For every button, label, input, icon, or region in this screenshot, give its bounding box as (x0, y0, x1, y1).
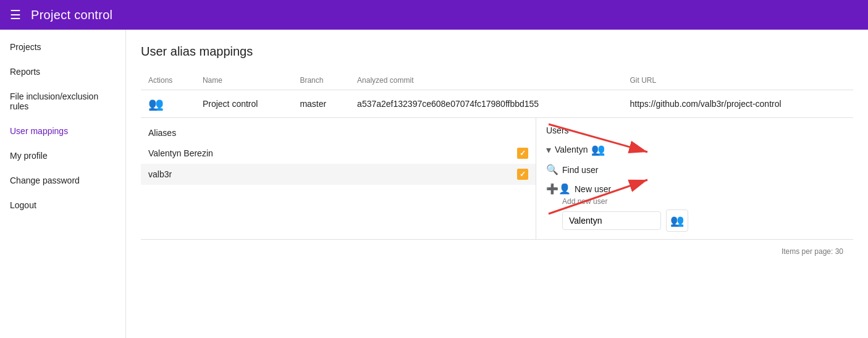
row-branch: master (292, 90, 350, 118)
new-user-label: New user (575, 184, 611, 194)
alias-checkbox-0[interactable] (517, 148, 528, 159)
aliases-header: Aliases (141, 125, 536, 143)
alias-item-0[interactable]: Valentyn Berezin (141, 143, 536, 164)
find-user-icon: 🔍 (546, 164, 558, 175)
aliases-panel: Aliases Valentyn Berezin valb3r (141, 118, 536, 239)
alias-text-0: Valentyn Berezin (148, 148, 213, 158)
alias-users-wrapper: Aliases Valentyn Berezin valb3r Users ▾ (141, 118, 853, 240)
sidebar-item-projects[interactable]: Projects (0, 35, 125, 59)
app-title: Project control (31, 8, 112, 22)
topbar: ☰ Project control (0, 0, 868, 30)
new-user-row[interactable]: ➕👤 New user (546, 183, 843, 195)
col-name: Name (195, 71, 292, 90)
new-user-icon: ➕👤 (546, 183, 571, 195)
row-commit: a537a2ef132397ce608e07074fc17980ffbbd155 (350, 90, 622, 118)
row-git-url: https://github.com/valb3r/project-contro… (622, 90, 853, 118)
content-area: User alias mappings Actions Name Branch … (126, 30, 868, 338)
col-git-url: Git URL (622, 71, 853, 90)
user-entry-valentyn: ▾ Valentyn 👥 (546, 143, 843, 156)
add-user-button[interactable]: 👥 (666, 209, 688, 232)
row-action[interactable]: 👥 (141, 90, 195, 118)
sidebar-item-reports[interactable]: Reports (0, 59, 125, 84)
sidebar-item-user-mappings[interactable]: User mappings (0, 119, 125, 143)
add-new-user-hint: Add new user (562, 197, 843, 206)
sidebar: Projects Reports File inclusion/exclusio… (0, 30, 126, 338)
sidebar-item-file-rules[interactable]: File inclusion/exclusion rules (0, 84, 125, 119)
panel-row: Aliases Valentyn Berezin valb3r Users ▾ (141, 118, 853, 240)
row-name: Project control (195, 90, 292, 118)
alias-text-1: valb3r (148, 169, 172, 179)
menu-icon[interactable]: ☰ (10, 7, 21, 22)
col-actions: Actions (141, 71, 195, 90)
user-group-icon: 👥 (591, 143, 605, 156)
add-user-btn-icon: 👥 (670, 214, 684, 227)
new-user-input[interactable] (562, 211, 661, 230)
find-user-label: Find user (562, 165, 598, 175)
main-layout: Projects Reports File inclusion/exclusio… (0, 30, 868, 338)
page-title: User alias mappings (141, 44, 853, 59)
alias-item-1[interactable]: valb3r (141, 164, 536, 185)
users-panel: Users ▾ Valentyn 👥 🔍 Find user ➕👤 New us… (536, 118, 853, 239)
expand-icon[interactable]: ▾ (546, 144, 551, 156)
alias-checkbox-1[interactable] (517, 169, 528, 180)
table-row: 👥 Project control master a537a2ef132397c… (141, 90, 853, 118)
col-commit: Analyzed commit (350, 71, 622, 90)
mappings-table: Actions Name Branch Analyzed commit Git … (141, 71, 853, 118)
new-user-input-row: 👥 (562, 209, 843, 232)
sidebar-item-change-password[interactable]: Change password (0, 168, 125, 193)
sidebar-item-my-profile[interactable]: My profile (0, 143, 125, 168)
col-branch: Branch (292, 71, 350, 90)
find-user-row[interactable]: 🔍 Find user (546, 164, 843, 175)
user-name: Valentyn (555, 145, 588, 154)
users-header: Users (546, 125, 843, 135)
sidebar-item-logout[interactable]: Logout (0, 193, 125, 218)
action-users-icon: 👥 (148, 97, 164, 111)
items-per-page: Items per page: 30 (141, 240, 853, 263)
